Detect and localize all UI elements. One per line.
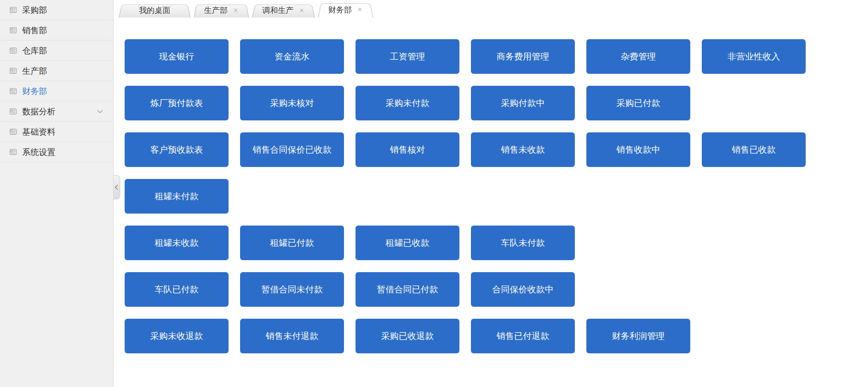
button-row: 客户预收款表销售合同保价已收款销售核对销售未收款销售收款中销售已收款 <box>125 132 806 167</box>
sidebar-item-label: 仓库部 <box>22 45 47 56</box>
document-icon <box>9 67 17 75</box>
app-button[interactable]: 采购未收退款 <box>125 319 229 353</box>
app-button[interactable]: 租罐未收款 <box>125 226 229 260</box>
tab-my-desktop[interactable]: 我的桌面 <box>119 3 191 18</box>
app-button[interactable]: 租罐已付款 <box>240 226 344 260</box>
document-icon <box>9 107 17 115</box>
tab-label: 调和生产 <box>262 5 294 16</box>
sidebar-item-data-analysis[interactable]: 数据分析 <box>0 101 113 122</box>
close-icon[interactable]: × <box>299 7 305 14</box>
sidebar-item-system-settings[interactable]: 系统设置 <box>0 142 113 162</box>
sidebar-item-sales[interactable]: 销售部 <box>0 20 113 41</box>
tab-label: 财务部 <box>328 5 352 15</box>
tab-finance[interactable]: 财务部× <box>318 2 373 18</box>
sidebar-item-basic-data[interactable]: 基础资料 <box>0 122 113 142</box>
sidebar-item-label: 采购部 <box>22 5 47 16</box>
app-button[interactable]: 合同保价收款中 <box>471 272 575 307</box>
app-button[interactable]: 销售核对 <box>356 132 459 167</box>
sidebar-item-label: 财务部 <box>22 86 47 97</box>
button-row: 租罐未付款 <box>125 179 806 214</box>
sidebar-item-finance[interactable]: 财务部 <box>0 81 113 101</box>
sidebar-item-label: 数据分析 <box>22 106 55 117</box>
app-button[interactable]: 销售合同保价已收款 <box>240 132 344 167</box>
close-icon[interactable]: × <box>357 6 363 13</box>
button-row: 采购未收退款销售未付退款采购已收退款销售已付退款财务利润管理 <box>125 319 806 353</box>
sidebar-item-purchasing[interactable]: 采购部 <box>0 0 113 20</box>
sidebar-collapse-handle[interactable] <box>114 175 120 199</box>
document-icon <box>9 87 17 95</box>
sidebar-item-label: 基础资料 <box>22 126 55 137</box>
close-icon[interactable]: × <box>233 7 239 14</box>
app-button[interactable]: 商务费用管理 <box>471 39 575 74</box>
button-row: 车队已付款暂借合同未付款暂借合同已付款合同保价收款中 <box>125 272 806 307</box>
app-button[interactable]: 销售未付退款 <box>240 319 344 353</box>
app-button[interactable]: 租罐未付款 <box>125 179 229 214</box>
sidebar-item-label: 系统设置 <box>22 147 55 158</box>
document-icon <box>9 148 17 156</box>
app-button[interactable]: 车队未付款 <box>471 226 575 260</box>
document-icon <box>9 6 17 14</box>
document-icon <box>9 128 17 136</box>
app-button[interactable]: 暂借合同未付款 <box>240 272 344 307</box>
app-button[interactable]: 采购未付款 <box>356 86 459 120</box>
button-row: 炼厂预付款表采购未核对采购未付款采购付款中采购已付款 <box>125 86 806 120</box>
app-button[interactable]: 客户预收款表 <box>125 132 229 167</box>
chevron-left-icon <box>115 185 118 190</box>
tab-bar: 我的桌面生产部×调和生产×财务部× <box>114 0 868 18</box>
app-button[interactable]: 非营业性收入 <box>702 39 806 74</box>
sidebar-menu: 采购部销售部仓库部生产部财务部数据分析基础资料系统设置 <box>0 0 113 162</box>
tabs: 我的桌面生产部×调和生产×财务部× <box>114 0 868 18</box>
app-button[interactable]: 采购未核对 <box>240 86 344 120</box>
app-button[interactable]: 炼厂预付款表 <box>125 86 229 120</box>
app-button[interactable]: 租罐已收款 <box>356 226 459 260</box>
app-button[interactable]: 采购已收退款 <box>356 319 459 353</box>
sidebar: 采购部销售部仓库部生产部财务部数据分析基础资料系统设置 <box>0 0 114 387</box>
app-button[interactable]: 采购付款中 <box>471 86 575 120</box>
document-icon <box>9 26 17 34</box>
app-button[interactable]: 资金流水 <box>240 39 344 74</box>
sidebar-item-label: 生产部 <box>22 65 47 77</box>
app-button[interactable]: 销售已付退款 <box>471 319 575 353</box>
button-row: 现金银行资金流水工资管理商务费用管理杂费管理非营业性收入 <box>125 39 806 74</box>
sidebar-item-label: 销售部 <box>22 25 47 36</box>
tab-label: 生产部 <box>204 5 228 16</box>
app-button[interactable]: 销售未收款 <box>471 132 575 167</box>
app-button[interactable]: 销售收款中 <box>586 132 690 167</box>
chevron-down-icon <box>97 110 103 113</box>
app-button-grid: 现金银行资金流水工资管理商务费用管理杂费管理非营业性收入炼厂预付款表采购未核对采… <box>125 39 806 365</box>
document-icon <box>9 47 17 54</box>
tab-label: 我的桌面 <box>139 5 170 16</box>
app-button[interactable]: 财务利润管理 <box>586 319 690 353</box>
app-button[interactable]: 采购已付款 <box>586 86 690 120</box>
app-button[interactable]: 现金银行 <box>125 39 229 74</box>
sidebar-item-production[interactable]: 生产部 <box>0 61 113 81</box>
button-row: 租罐未收款租罐已付款租罐已收款车队未付款 <box>125 226 806 260</box>
app-button[interactable]: 杂费管理 <box>586 39 690 74</box>
app-button[interactable]: 暂借合同已付款 <box>356 272 459 307</box>
app-button[interactable]: 车队已付款 <box>125 272 229 307</box>
tab-blending-production[interactable]: 调和生产× <box>252 3 315 18</box>
app-button[interactable]: 工资管理 <box>356 39 459 74</box>
sidebar-item-warehouse[interactable]: 仓库部 <box>0 41 113 61</box>
tab-production[interactable]: 生产部× <box>194 3 249 18</box>
app-button[interactable]: 销售已收款 <box>702 132 806 167</box>
